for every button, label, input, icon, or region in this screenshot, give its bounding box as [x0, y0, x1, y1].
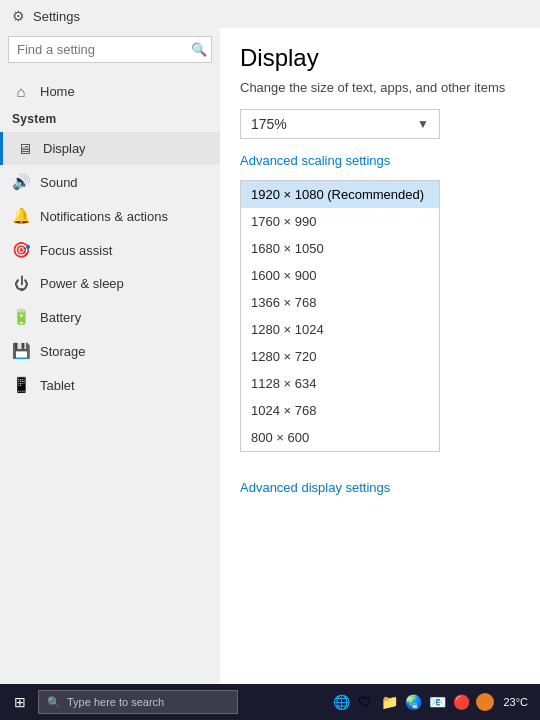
taskbar-search-text: Type here to search	[67, 696, 164, 708]
settings-icon: ⚙	[12, 8, 25, 24]
scale-dropdown[interactable]: 175% ▼	[240, 109, 440, 139]
notifications-icon: 🔔	[12, 207, 30, 225]
taskbar-icons: 🌐 🛡 📁 🌏 📧 🔴 23°C	[331, 692, 532, 712]
sidebar-section-system: System	[0, 108, 220, 132]
sidebar-item-tablet[interactable]: 📱 Tablet	[0, 368, 220, 402]
resolution-item[interactable]: 1024 × 768	[241, 397, 439, 424]
settings-container: 🔍 ⌂ Home System 🖥 Display 🔊 Sound 🔔 Noti…	[0, 28, 540, 684]
sidebar-item-notifications-label: Notifications & actions	[40, 209, 168, 224]
resolution-list: 1920 × 1080 (Recommended)1760 × 9901680 …	[240, 180, 440, 452]
sidebar-item-power-label: Power & sleep	[40, 276, 124, 291]
advanced-display-link[interactable]: Advanced display settings	[240, 480, 390, 495]
power-icon: ⏻	[12, 275, 30, 292]
sidebar-item-home[interactable]: ⌂ Home	[0, 75, 220, 108]
scale-value: 175%	[251, 116, 287, 132]
sidebar-item-display[interactable]: 🖥 Display	[0, 132, 220, 165]
start-button[interactable]: ⊞	[8, 690, 32, 714]
page-subtitle: Change the size of text, apps, and other…	[240, 80, 520, 95]
title-bar: ⚙ Settings	[0, 0, 540, 28]
resolution-item[interactable]: 1280 × 720	[241, 343, 439, 370]
sidebar-item-sound-label: Sound	[40, 175, 78, 190]
sidebar-item-storage[interactable]: 💾 Storage	[0, 334, 220, 368]
taskbar-icon-5[interactable]: 📧	[427, 692, 447, 712]
sidebar: 🔍 ⌂ Home System 🖥 Display 🔊 Sound 🔔 Noti…	[0, 28, 220, 684]
focus-icon: 🎯	[12, 241, 30, 259]
resolution-item[interactable]: 1600 × 900	[241, 262, 439, 289]
sidebar-item-focus-label: Focus assist	[40, 243, 112, 258]
search-input[interactable]	[17, 42, 185, 57]
sidebar-item-battery-label: Battery	[40, 310, 81, 325]
sidebar-item-battery[interactable]: 🔋 Battery	[0, 300, 220, 334]
main-content: Display Change the size of text, apps, a…	[220, 28, 540, 684]
title-bar-label: Settings	[33, 9, 80, 24]
home-icon: ⌂	[12, 83, 30, 100]
taskbar-search[interactable]: 🔍 Type here to search	[38, 690, 238, 714]
sidebar-item-tablet-label: Tablet	[40, 378, 75, 393]
resolution-item[interactable]: 1280 × 1024	[241, 316, 439, 343]
resolution-item[interactable]: 1128 × 634	[241, 370, 439, 397]
taskbar-status-circle	[476, 693, 494, 711]
sidebar-item-notifications[interactable]: 🔔 Notifications & actions	[0, 199, 220, 233]
taskbar-icon-7[interactable]	[475, 692, 495, 712]
storage-icon: 💾	[12, 342, 30, 360]
tablet-icon: 📱	[12, 376, 30, 394]
windows-icon: ⊞	[14, 694, 26, 710]
taskbar: ⊞ 🔍 Type here to search 🌐 🛡 📁 🌏 📧 🔴 23°C	[0, 684, 540, 720]
sidebar-item-home-label: Home	[40, 84, 75, 99]
sidebar-item-focus[interactable]: 🎯 Focus assist	[0, 233, 220, 267]
taskbar-icon-1[interactable]: 🌐	[331, 692, 351, 712]
resolution-item[interactable]: 800 × 600	[241, 424, 439, 451]
sidebar-item-sound[interactable]: 🔊 Sound	[0, 165, 220, 199]
resolution-item[interactable]: 1680 × 1050	[241, 235, 439, 262]
taskbar-search-icon: 🔍	[47, 696, 61, 709]
sidebar-item-storage-label: Storage	[40, 344, 86, 359]
search-box[interactable]: 🔍	[8, 36, 212, 63]
sidebar-item-power[interactable]: ⏻ Power & sleep	[0, 267, 220, 300]
page-title: Display	[240, 44, 520, 72]
taskbar-icon-3[interactable]: 📁	[379, 692, 399, 712]
display-icon: 🖥	[15, 140, 33, 157]
advanced-scaling-link[interactable]: Advanced scaling settings	[240, 153, 390, 168]
taskbar-icon-4[interactable]: 🌏	[403, 692, 423, 712]
battery-icon: 🔋	[12, 308, 30, 326]
resolution-item[interactable]: 1366 × 768	[241, 289, 439, 316]
sound-icon: 🔊	[12, 173, 30, 191]
sidebar-item-display-label: Display	[43, 141, 86, 156]
taskbar-icon-2[interactable]: 🛡	[355, 692, 375, 712]
taskbar-clock: 23°C	[499, 696, 532, 708]
resolution-item[interactable]: 1920 × 1080 (Recommended)	[241, 181, 439, 208]
search-icon: 🔍	[191, 42, 207, 57]
resolution-item[interactable]: 1760 × 990	[241, 208, 439, 235]
taskbar-icon-6[interactable]: 🔴	[451, 692, 471, 712]
dropdown-arrow-icon: ▼	[417, 117, 429, 131]
